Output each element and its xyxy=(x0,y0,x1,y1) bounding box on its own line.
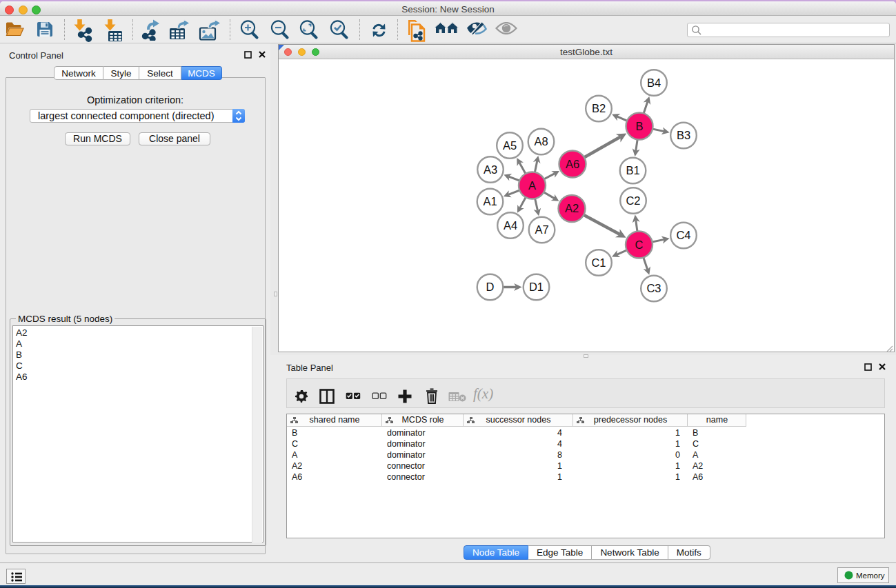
svg-text:C1: C1 xyxy=(591,256,606,269)
svg-text:C3: C3 xyxy=(646,282,661,294)
svg-text:A5: A5 xyxy=(503,139,517,152)
svg-text:C: C xyxy=(635,239,644,251)
svg-text:A1: A1 xyxy=(483,195,497,207)
svg-text:D1: D1 xyxy=(529,281,544,293)
svg-text:B3: B3 xyxy=(677,129,690,141)
svg-text:A2: A2 xyxy=(565,202,579,214)
svg-text:A4: A4 xyxy=(504,219,517,232)
svg-text:A3: A3 xyxy=(484,163,497,176)
svg-text:D: D xyxy=(486,281,495,293)
svg-text:C4: C4 xyxy=(676,229,690,241)
svg-text:B: B xyxy=(635,120,643,132)
svg-text:C2: C2 xyxy=(626,194,640,207)
svg-text:A7: A7 xyxy=(535,223,548,236)
svg-text:B1: B1 xyxy=(626,164,639,176)
svg-text:A8: A8 xyxy=(534,135,548,148)
svg-text:B4: B4 xyxy=(647,77,661,89)
svg-text:B2: B2 xyxy=(592,102,606,114)
svg-text:A6: A6 xyxy=(566,158,579,170)
svg-text:A: A xyxy=(528,179,536,192)
